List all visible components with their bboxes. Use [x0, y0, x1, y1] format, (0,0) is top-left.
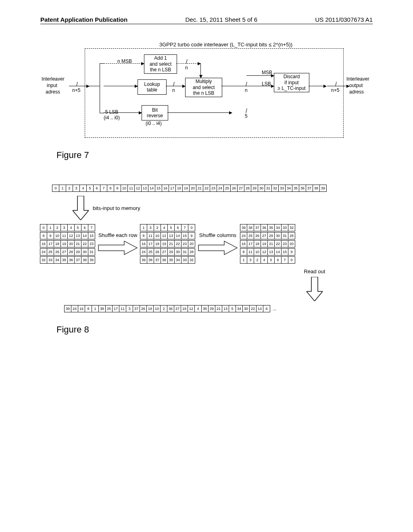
fig7-block-add1: Add 1 and select the n LSB: [144, 54, 177, 74]
matrix-cell: 24: [240, 232, 247, 239]
matrix-cell: 4: [161, 224, 168, 231]
matrix-cell: 25: [247, 232, 254, 239]
matrix-cell: 31: [181, 248, 188, 256]
fig7-output-label-2: output: [349, 83, 363, 88]
fig7-add1-out-arrow: [176, 63, 200, 64]
matrix-cell: 5: [74, 224, 81, 231]
fig7-down-to-mult: [200, 63, 201, 78]
fig7-slash-n3: /: [246, 81, 247, 87]
matrix-cell: 21: [74, 240, 81, 247]
fig7-slash-icon-out: /: [335, 81, 337, 87]
matrix-cell: 27: [161, 248, 168, 256]
matrix-cell: 17: [147, 240, 154, 247]
matrix-cell: 13: [167, 232, 175, 239]
matrix-cell: 16: [240, 240, 247, 247]
strip-cell: 39: [319, 185, 327, 192]
fig7-slash-icon: /: [76, 81, 78, 87]
matrix-cell: 16: [40, 240, 47, 247]
strip-cell: 8: [85, 305, 92, 312]
right-arrow-icon-2: [198, 240, 238, 256]
matrix-cell: 18: [254, 240, 261, 247]
strip-cell: 28: [244, 185, 251, 192]
strip-cell: 20: [189, 185, 196, 192]
strip-cell: 12: [134, 185, 142, 192]
matrix-cell: 7: [181, 224, 188, 231]
matrix-cell: 20: [288, 240, 295, 247]
fig7-nmsb-arrow: [104, 63, 144, 64]
matrix-cell: 2: [254, 256, 261, 264]
strip-cell: 6: [93, 185, 100, 192]
matrix-cell: 3: [147, 224, 154, 231]
right-arrow-icon: [98, 240, 138, 256]
fig7-slash-n1: /: [186, 58, 188, 65]
strip-cell: 36: [299, 185, 306, 192]
matrix-cell: 38: [147, 256, 154, 264]
matrix-cell: 29: [267, 232, 275, 239]
strip-cell: 27: [237, 185, 244, 192]
fig7-bus-5: 5: [245, 113, 248, 119]
strip-cell: 37: [133, 305, 140, 312]
matrix-cell: 9: [188, 232, 195, 239]
matrix-cell: 23: [88, 240, 95, 247]
fig8-ellipsis: ...: [273, 306, 276, 311]
strip-cell: 10: [121, 185, 128, 192]
matrix-cell: 0: [188, 224, 195, 231]
matrix-cell: 30: [81, 248, 88, 256]
matrix-cell: 14: [174, 232, 181, 239]
matrix-cell: 11: [60, 232, 68, 239]
matrix-cell: 39: [140, 256, 147, 264]
strip-cell: 24: [217, 185, 224, 192]
strip-cell: 22: [249, 305, 257, 312]
fig7-input-label-2: input: [47, 83, 57, 88]
matrix-cell: 35: [167, 256, 175, 264]
matrix-cell: 20: [67, 240, 75, 247]
fig7-block-multiply: Multiply and select the n LSB: [185, 78, 222, 97]
fig7-lsb-label: LSB: [262, 81, 271, 87]
matrix-cell: 33: [181, 256, 188, 264]
strip-cell: 1: [92, 305, 99, 312]
figure-7-title: Figure 7: [56, 150, 373, 160]
matrix-cell: 12: [161, 232, 168, 239]
fig7-bus-n-2: n: [172, 87, 175, 93]
matrix-cell: 19: [161, 240, 168, 247]
strip-cell: 2: [160, 305, 167, 312]
strip-cell: 11: [119, 305, 126, 312]
fig8-shuffle-row-label: Shuffle each row: [98, 232, 138, 238]
fig7-output-label-3: adress: [349, 89, 364, 95]
strip-cell: 10: [153, 305, 161, 312]
matrix-cell: 24: [40, 248, 47, 256]
matrix-cell: 18: [54, 240, 61, 247]
strip-cell: 26: [230, 185, 238, 192]
fig7-discard-out-arrow: [309, 86, 326, 86]
fig7-input-arrow: [69, 86, 89, 86]
matrix-cell: 30: [174, 248, 181, 256]
strip-cell: 21: [196, 185, 203, 192]
strip-cell: 30: [258, 185, 265, 192]
matrix-cell: 5: [167, 224, 175, 231]
strip-cell: 38: [98, 305, 106, 312]
matrix-cell: 35: [60, 256, 68, 264]
matrix-cell: 30: [274, 232, 282, 239]
fig7-bus-n5-out: n+5: [331, 87, 339, 93]
matrix-cell: 2: [54, 224, 61, 231]
matrix-cell: 32: [188, 256, 195, 264]
matrix-cell: 28: [288, 232, 295, 239]
figure-8-diagram: 0123456789101112131415161718192021222324…: [40, 185, 373, 312]
header-mid: Dec. 15, 2011 Sheet 5 of 6: [186, 16, 257, 23]
matrix-cell: 39: [88, 256, 95, 264]
matrix-cell: 37: [74, 256, 81, 264]
strip-cell: 30: [242, 305, 250, 312]
matrix-cell: 8: [240, 248, 247, 256]
fig7-split-input-line: [89, 86, 100, 86]
matrix-cell: 33: [281, 224, 288, 231]
matrix-cell: 27: [60, 248, 68, 256]
strip-cell: 24: [71, 305, 78, 312]
strip-cell: 11: [127, 185, 135, 192]
matrix-cell: 28: [188, 248, 195, 256]
matrix-cell: 15: [281, 248, 288, 256]
matrix-cell: 22: [81, 240, 88, 247]
matrix-cell: 36: [261, 224, 268, 231]
strip-cell: 23: [210, 185, 217, 192]
strip-cell: 4: [194, 305, 202, 312]
strip-cell: 14: [148, 185, 155, 192]
